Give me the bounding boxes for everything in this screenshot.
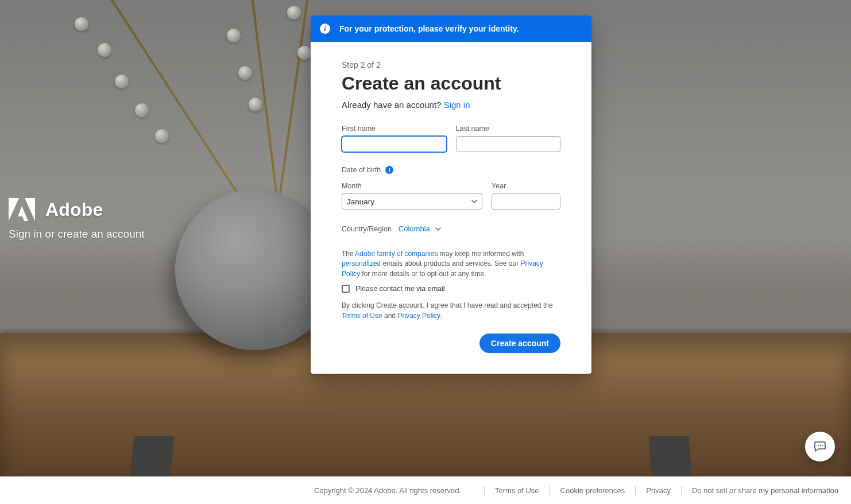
- privacy-policy-link[interactable]: Privacy Policy: [397, 312, 440, 320]
- decor-bud: [75, 17, 88, 31]
- chevron-down-icon: [435, 226, 442, 232]
- svg-point-3: [818, 445, 819, 446]
- info-icon[interactable]: i: [385, 166, 393, 174]
- hero-background: Adobe Sign in or create an account i For…: [0, 0, 851, 476]
- year-input[interactable]: [492, 193, 560, 210]
- brand-block: Adobe Sign in or create an account: [9, 198, 145, 241]
- signin-link[interactable]: Sign in: [444, 100, 470, 110]
- decor-bud: [135, 103, 149, 117]
- footer-privacy-link[interactable]: Privacy: [646, 486, 671, 495]
- verify-banner: i For your protection, please verify you…: [311, 15, 591, 42]
- decor-bud: [238, 66, 252, 80]
- create-account-button[interactable]: Create account: [479, 334, 560, 353]
- decor-bud: [155, 129, 169, 143]
- footer-terms-link[interactable]: Terms of Use: [495, 486, 539, 495]
- first-name-input[interactable]: [342, 136, 447, 152]
- month-select[interactable]: January: [342, 193, 482, 210]
- footer-cookies-link[interactable]: Cookie preferences: [560, 486, 625, 495]
- decor-bud: [297, 46, 311, 60]
- contact-email-checkbox[interactable]: [342, 285, 350, 293]
- month-label: Month: [342, 182, 482, 190]
- already-text: Already have an account?: [342, 100, 444, 110]
- last-name-label: Last name: [456, 125, 561, 133]
- contact-email-label: Please contact me via email: [355, 285, 445, 293]
- decor-bud: [249, 98, 262, 111]
- chat-icon: [813, 440, 827, 453]
- country-label: Country/Region: [342, 225, 392, 233]
- country-value: Colombia: [399, 224, 430, 233]
- info-icon: i: [320, 24, 330, 34]
- footer-separator: [484, 486, 485, 495]
- personalized-link[interactable]: personalized: [342, 259, 381, 267]
- svg-point-5: [822, 445, 823, 446]
- dob-text: Date of birth: [342, 166, 381, 174]
- decor-bud: [227, 29, 241, 42]
- footer: Copyright © 2024 Adobe. All rights reser…: [0, 476, 851, 504]
- decor-bud: [287, 6, 301, 20]
- brand-subtitle: Sign in or create an account: [9, 228, 145, 241]
- adobe-family-link[interactable]: Adobe family of companies: [355, 250, 438, 258]
- svg-point-4: [819, 445, 821, 446]
- year-label: Year: [492, 182, 560, 190]
- disclosure-text: The Adobe family of companies may keep m…: [342, 249, 560, 279]
- chat-button[interactable]: [805, 432, 835, 462]
- already-have-account: Already have an account? Sign in: [342, 100, 560, 110]
- decor-bud: [98, 43, 111, 57]
- footer-separator: [681, 486, 682, 495]
- first-name-label: First name: [342, 125, 447, 133]
- svg-marker-2: [18, 206, 28, 221]
- decor-table-leg: [649, 436, 692, 476]
- country-select[interactable]: Colombia: [399, 224, 442, 233]
- signup-card: i For your protection, please verify you…: [311, 15, 591, 374]
- terms-of-use-link[interactable]: Terms of Use: [342, 312, 382, 320]
- footer-copyright: Copyright © 2024 Adobe. All rights reser…: [314, 486, 461, 495]
- dob-section-label: Date of birth i: [342, 166, 560, 174]
- decor-table-leg: [130, 436, 174, 476]
- step-indicator: Step 2 of 2: [342, 60, 560, 69]
- footer-separator: [635, 486, 636, 495]
- svg-marker-0: [9, 198, 19, 221]
- verify-banner-text: For your protection, please verify your …: [339, 24, 519, 33]
- adobe-logo-icon: [9, 198, 35, 221]
- page-title: Create an account: [342, 73, 560, 94]
- agree-text: By clicking Create account, I agree that…: [342, 301, 560, 321]
- last-name-input[interactable]: [456, 136, 561, 152]
- footer-separator: [550, 486, 550, 495]
- decor-stem: [105, 0, 242, 199]
- brand-name: Adobe: [45, 199, 103, 220]
- decor-bud: [115, 75, 129, 88]
- footer-dns-link[interactable]: Do not sell or share my personal informa…: [692, 486, 838, 495]
